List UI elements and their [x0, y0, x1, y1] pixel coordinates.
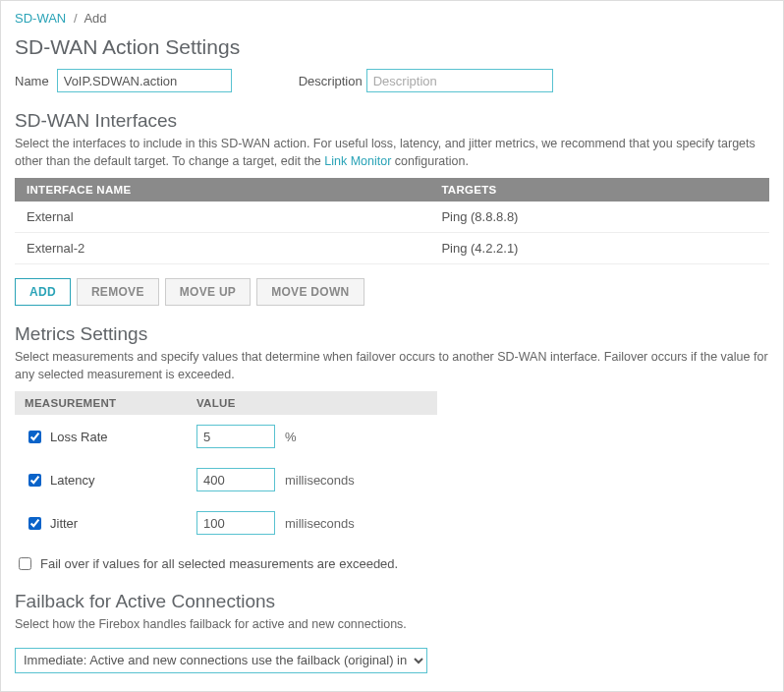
description-label: Description [299, 74, 363, 88]
lossrate-checkbox[interactable] [28, 431, 41, 443]
latency-value-field[interactable] [196, 468, 275, 491]
interfaces-col-targets: TARGETS [429, 178, 769, 202]
failback-help: Select how the Firebox handles failback … [15, 616, 769, 634]
interfaces-col-name: INTERFACE NAME [15, 178, 429, 202]
breadcrumb-root-link[interactable]: SD-WAN [15, 11, 66, 26]
name-field[interactable] [57, 69, 232, 92]
failback-title: Failback for Active Connections [15, 591, 769, 612]
interfaces-table: INTERFACE NAME TARGETS External Ping (8.… [15, 178, 769, 264]
interfaces-help: Select the interfaces to include in this… [15, 136, 769, 170]
lossrate-unit: % [285, 430, 297, 444]
lossrate-value-field[interactable] [196, 425, 275, 448]
metrics-title: Metrics Settings [15, 323, 769, 345]
description-field[interactable] [366, 69, 553, 92]
jitter-value-field[interactable] [196, 511, 275, 535]
table-row[interactable]: External Ping (8.8.8.8) [15, 202, 769, 233]
jitter-unit: milliseconds [285, 516, 355, 531]
lossrate-label: Loss Rate [50, 430, 108, 444]
metrics-col-measurement: MEASUREMENT [25, 397, 196, 409]
failover-all-label: Fail over if values for all selected mea… [40, 556, 398, 571]
breadcrumb: SD-WAN / Add [15, 11, 769, 26]
metrics-col-value: VALUE [196, 397, 236, 409]
latency-label: Latency [50, 473, 95, 488]
interface-target-cell: Ping (4.2.2.1) [429, 233, 769, 264]
link-monitor-link[interactable]: Link Monitor [324, 154, 391, 168]
add-button[interactable]: ADD [15, 278, 71, 306]
name-label: Name [15, 74, 49, 88]
interface-target-cell: Ping (8.8.8.8) [429, 202, 769, 233]
interface-name-cell: External-2 [15, 233, 429, 264]
interfaces-help-post: configuration. [391, 154, 469, 168]
breadcrumb-separator: / [74, 11, 78, 26]
latency-unit: milliseconds [285, 473, 355, 488]
failover-all-checkbox[interactable] [19, 557, 31, 570]
jitter-label: Jitter [50, 516, 78, 531]
move-up-button[interactable]: MOVE UP [165, 278, 251, 306]
failback-select[interactable]: Immediate: Active and new connections us… [15, 648, 427, 673]
table-row[interactable]: External-2 Ping (4.2.2.1) [15, 233, 769, 264]
jitter-checkbox[interactable] [28, 517, 41, 530]
remove-button[interactable]: REMOVE [77, 278, 159, 306]
latency-checkbox[interactable] [28, 474, 41, 487]
breadcrumb-current: Add [84, 11, 106, 26]
page-title: SD-WAN Action Settings [15, 35, 769, 59]
metrics-help: Select measurements and specify values t… [15, 349, 769, 383]
interface-name-cell: External [15, 202, 429, 233]
interfaces-title: SD-WAN Interfaces [15, 110, 769, 132]
move-down-button[interactable]: MOVE DOWN [256, 278, 364, 306]
